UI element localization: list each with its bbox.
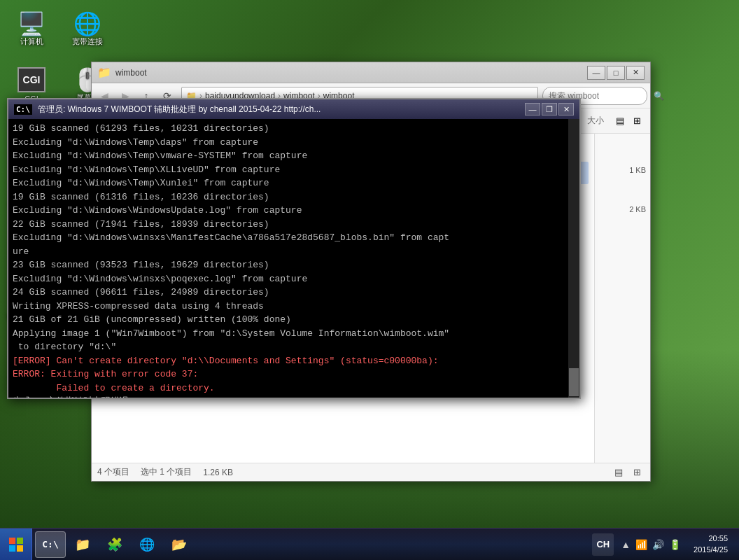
cmd-scrollbar-thumb[interactable]: [569, 368, 579, 396]
taskbar: C:\ 📁 🧩 🌐 📂 CH ▲ 📶 🔊 🔋: [0, 528, 739, 560]
taskbar-item-ie[interactable]: 🌐: [132, 531, 162, 558]
svg-rect-1: [17, 538, 23, 544]
tray-clock[interactable]: 20:55 2015/4/25: [688, 533, 733, 555]
right-detail-panel: 1 KB 2 KB: [594, 134, 650, 463]
taskbar-item-app3[interactable]: 🧩: [99, 531, 130, 558]
statusbar-list-view[interactable]: ▤: [611, 465, 626, 480]
cmd-line: 22 GiB scanned (71941 files, 18939 direc…: [13, 218, 575, 232]
language-indicator[interactable]: CH: [592, 533, 614, 556]
explorer-close-button[interactable]: ✕: [626, 66, 645, 80]
cmd-line: 生成WIM文件指针时出现错误.: [13, 395, 575, 398]
view-options: ▤ ⊞: [612, 113, 645, 129]
cmd-minimize-button[interactable]: —: [525, 103, 540, 115]
svg-rect-0: [9, 538, 15, 544]
cgi-icon: CGI: [17, 67, 45, 92]
explorer-maximize-button[interactable]: □: [607, 66, 625, 80]
clock-time: 20:55: [708, 533, 728, 544]
broadband-icon-label: 宽带连接: [72, 37, 103, 46]
cmd-line: Failed to create a directory.: [13, 382, 575, 396]
statusbar-view-buttons: ▤ ⊞: [611, 465, 645, 480]
windows-logo-icon: [8, 536, 24, 553]
cmd-taskbar-icon: C:\: [42, 539, 58, 550]
tray-icons: ▲ 📶 🔊 🔋: [617, 538, 685, 552]
desktop-icon-computer[interactable]: 🖥️ 计算机: [3, 4, 59, 56]
cmd-line: 23 GiB scanned (93523 files, 19629 direc…: [13, 258, 575, 272]
cmd-title-text: 管理员: Windows 7 WIMBOOT 辅助批处理 by chenall …: [38, 104, 519, 115]
file-size-label-2: 2 KB: [598, 177, 647, 216]
cmd-line: [ERROR] Can't create directory "d:\\Docu…: [13, 354, 575, 368]
computer-icon-label: 计算机: [20, 37, 43, 46]
taskbar-item-cmd[interactable]: C:\: [35, 531, 66, 558]
cmd-line: Excluding "d:\Windows\winsxs\poqexec.log…: [13, 272, 575, 286]
cmd-scrollbar[interactable]: [568, 119, 579, 398]
svg-rect-2: [9, 545, 15, 552]
explorer-window-controls: — □ ✕: [587, 66, 645, 80]
list-view-button[interactable]: ▤: [612, 113, 628, 129]
svg-rect-3: [17, 545, 23, 552]
app3-taskbar-icon: 🧩: [107, 537, 122, 552]
taskbar-item-explorer[interactable]: 📁: [67, 531, 98, 558]
cmd-window-controls: — ❐ ✕: [525, 103, 574, 115]
explorer-taskbar-icon: 📁: [75, 537, 90, 552]
cmd-body[interactable]: 19 GiB scanned (61293 files, 10231 direc…: [8, 119, 579, 398]
cmd-window: C:\ 管理员: Windows 7 WIMBOOT 辅助批处理 by chen…: [7, 98, 581, 399]
cmd-line: 24 GiB scanned (96611 files, 24989 direc…: [13, 286, 575, 300]
cmd-restore-button[interactable]: ❐: [542, 103, 557, 115]
cmd-line: ure: [13, 245, 575, 259]
desktop: 🖥️ 计算机 🌐 宽带连接 CGI CGI 🖱️ 屏幕... 💿 DiskGen…: [0, 0, 739, 560]
computer-icon: 🖥️: [17, 13, 45, 35]
cmd-line: ERROR: Exiting with error code 37:: [13, 368, 575, 382]
statusbar-size: 1.26 KB: [203, 468, 233, 477]
tray-volume-icon[interactable]: 🔊: [651, 538, 666, 552]
explorer-statusbar: 4 个项目 选中 1 个项目 1.26 KB ▤ ⊞: [92, 463, 650, 481]
cmd-line: Excluding "d:\Windows\Temp\Xunlei" from …: [13, 176, 575, 190]
details-view-button[interactable]: ⊞: [629, 113, 645, 129]
cmd-line: 19 GiB scanned (61316 files, 10236 direc…: [13, 190, 575, 204]
broadband-icon: 🌐: [73, 13, 101, 35]
search-icon[interactable]: 🔍: [654, 91, 664, 101]
explorer-title: wimboot: [115, 68, 587, 78]
statusbar-tile-view[interactable]: ⊞: [629, 465, 645, 480]
cmd-line: to directory "d:\": [13, 340, 575, 354]
cmd-line: Excluding "d:\Windows\winsxs\ManifestCac…: [13, 231, 575, 245]
tray-network-icon[interactable]: 📶: [634, 538, 649, 552]
cmd-line: Writing XPRESS-compressed data using 4 t…: [13, 300, 575, 314]
desktop-icon-broadband[interactable]: 🌐 宽带连接: [59, 4, 115, 56]
cmd-line: 21 GiB of 21 GiB (uncompressed) written …: [13, 313, 575, 327]
taskbar-item-folder[interactable]: 📂: [164, 531, 195, 558]
explorer-titlebar: 📁 wimboot — □ ✕: [92, 62, 650, 83]
tray-battery-icon[interactable]: 🔋: [668, 538, 682, 552]
cmd-line: 19 GiB scanned (61293 files, 10231 direc…: [13, 122, 575, 136]
cmd-titlebar: C:\ 管理员: Windows 7 WIMBOOT 辅助批处理 by chen…: [8, 99, 579, 119]
tray-expand-icon[interactable]: ▲: [619, 538, 632, 552]
cmd-line: Excluding "d:\Windows\Temp\XLLiveUD" fro…: [13, 163, 575, 177]
cmd-title-icon: C:\: [14, 104, 32, 115]
file-size-label-1: 1 KB: [598, 145, 647, 177]
statusbar-total: 4 个项目: [97, 466, 129, 478]
cmd-line: Excluding "d:\Windows\Temp\daps" from ca…: [13, 136, 575, 150]
cmd-close-button[interactable]: ✕: [558, 103, 574, 115]
cmd-line: Excluding "d:\Windows\Temp\vmware-SYSTEM…: [13, 149, 575, 163]
taskbar-items: C:\ 📁 🧩 🌐 📂: [32, 528, 586, 560]
explorer-title-icon: 📁: [97, 66, 111, 79]
explorer-minimize-button[interactable]: —: [587, 66, 605, 80]
cmd-line: Excluding "d:\Windows\WindowsUpdate.log"…: [13, 204, 575, 218]
start-button[interactable]: [0, 528, 32, 561]
statusbar-selected: 选中 1 个项目: [141, 466, 192, 478]
clock-date: 2015/4/25: [694, 545, 728, 555]
file-size-1: [598, 139, 647, 145]
folder-taskbar-icon: 📂: [171, 537, 187, 552]
taskbar-tray: CH ▲ 📶 🔊 🔋 20:55 2015/4/25: [586, 528, 739, 560]
ie-taskbar-icon: 🌐: [139, 537, 155, 552]
sort-label: 大小: [587, 115, 604, 127]
cmd-line: Applying image 1 ("Win7Wimboot") from "d…: [13, 327, 575, 341]
